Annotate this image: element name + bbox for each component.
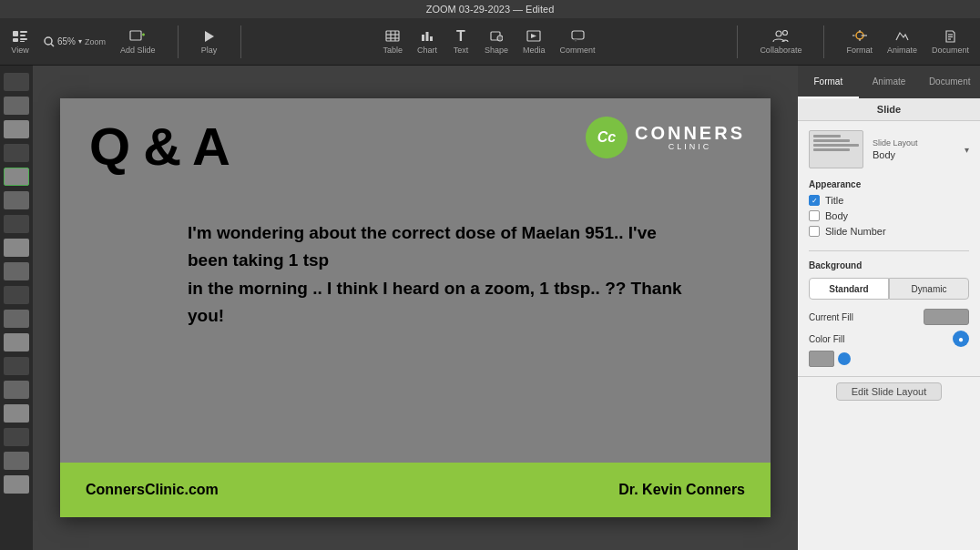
layout-thumbnail [809, 130, 863, 168]
animate-label: Animate [887, 46, 917, 55]
current-fill-swatch[interactable] [924, 309, 969, 325]
bg-standard-btn[interactable]: Standard [809, 278, 889, 300]
color-fill-circle-btn[interactable]: ● [953, 331, 969, 347]
toolbar-chart[interactable]: Chart [417, 29, 437, 55]
slide-thumb-4[interactable] [4, 144, 29, 162]
svg-point-6 [45, 37, 52, 45]
tab-animate[interactable]: Animate [859, 66, 920, 98]
slide-logo: Cc CONNERS CLINIC [586, 117, 745, 158]
canvas-area[interactable]: Q & A Cc CONNERS CLINIC I'm wondering ab… [33, 66, 798, 550]
collaborate-label: Collaborate [760, 46, 801, 55]
toolbar-view[interactable]: View [11, 29, 29, 55]
svg-rect-24 [572, 31, 584, 39]
svg-point-27 [783, 31, 788, 36]
layout-select-label: Slide Layout [873, 138, 918, 148]
zoom-label: Zoom [85, 37, 106, 46]
slide-thumb-6[interactable] [4, 191, 29, 209]
svg-marker-11 [205, 31, 214, 42]
color-fill-row: Color Fill ● [809, 331, 969, 347]
slide[interactable]: Q & A Cc CONNERS CLINIC I'm wondering ab… [60, 98, 771, 517]
layout-thumb-line-4 [813, 148, 850, 151]
svg-rect-17 [422, 35, 424, 41]
body-checkbox[interactable] [809, 210, 820, 221]
slide-thumb-16[interactable] [4, 428, 29, 446]
toolbar-shape[interactable]: Shape [485, 29, 508, 55]
tab-document[interactable]: Document [919, 66, 980, 98]
main-area: Q & A Cc CONNERS CLINIC I'm wondering ab… [0, 66, 980, 550]
color-fill-right: ● [953, 331, 969, 347]
appearance-body-row[interactable]: Body [809, 210, 969, 221]
toolbar-add-slide[interactable]: Add Slide [120, 29, 156, 55]
slide-number-checkbox[interactable] [809, 226, 820, 237]
toolbar-table[interactable]: Table [383, 29, 403, 55]
current-fill-label: Current Fill [809, 312, 853, 322]
appearance-title-row[interactable]: ✓ Title [809, 195, 969, 206]
toolbar-comment[interactable]: Comment [560, 29, 596, 55]
svg-rect-0 [13, 31, 18, 36]
toolbar-sep-2 [240, 25, 241, 58]
tab-format[interactable]: Format [798, 66, 859, 98]
play-label: Play [201, 46, 218, 55]
toolbar-sep-4 [823, 25, 824, 58]
slide-thumb-5[interactable] [4, 168, 29, 186]
edit-slide-layout-btn[interactable]: Edit Slide Layout [836, 382, 943, 401]
slide-footer: ConnersClinic.com Dr. Kevin Conners [60, 463, 771, 517]
layout-select[interactable]: Slide Layout Body ▾ [873, 138, 969, 160]
toolbar-zoom-group[interactable]: 65% ▾ Zoom [44, 36, 106, 47]
svg-rect-19 [430, 36, 433, 41]
slide-thumb-13[interactable] [4, 357, 29, 375]
slide-thumb-10[interactable] [4, 286, 29, 304]
toolbar-document[interactable]: Document [932, 29, 969, 55]
slide-thumb-3[interactable] [4, 120, 29, 138]
svg-point-21 [497, 36, 503, 41]
color-swatch-indicator [838, 352, 851, 365]
right-panel-section-title: Slide [798, 98, 980, 121]
toolbar-left: View 65% ▾ Zoom Add Slide [11, 29, 156, 55]
slide-thumb-12[interactable] [4, 333, 29, 351]
title-checkbox[interactable]: ✓ [809, 195, 820, 206]
add-slide-label: Add Slide [120, 46, 156, 55]
slide-thumb-18[interactable] [4, 475, 29, 494]
chart-icon [418, 29, 436, 44]
color-swatch-box[interactable] [809, 351, 834, 367]
logo-name-main: CONNERS [635, 123, 745, 143]
swatch-pair-row [809, 351, 969, 367]
toolbar-play[interactable]: Play [200, 29, 219, 55]
toolbar-sep-3 [737, 25, 738, 58]
zoom-dropdown-icon: ▾ [78, 37, 82, 46]
slide-number-checkbox-label: Slide Number [825, 226, 886, 237]
slide-thumb-1[interactable] [4, 73, 29, 91]
slide-footer-left: ConnersClinic.com [86, 482, 219, 498]
add-slide-icon [128, 29, 147, 44]
slide-thumb-15[interactable] [4, 404, 29, 423]
svg-rect-2 [20, 35, 26, 36]
toolbar-format[interactable]: Format [846, 29, 873, 55]
right-panel-bottom: Edit Slide Layout [798, 376, 980, 405]
zoom-level: 65% [57, 36, 76, 46]
svg-marker-25 [574, 39, 577, 42]
slide-thumb-14[interactable] [4, 381, 29, 399]
panel-divider [809, 250, 969, 251]
animate-icon [893, 29, 911, 44]
svg-point-26 [776, 31, 781, 36]
comment-label: Comment [560, 46, 596, 55]
slide-thumb-11[interactable] [4, 310, 29, 328]
appearance-slide-number-row[interactable]: Slide Number [809, 226, 969, 237]
slide-thumb-9[interactable] [4, 262, 29, 280]
chart-label: Chart [417, 46, 437, 55]
layout-select-value: Body [873, 149, 918, 160]
slide-thumb-7[interactable] [4, 215, 29, 233]
layout-row: Slide Layout Body ▾ [809, 130, 969, 168]
toolbar-animate[interactable]: Animate [887, 29, 917, 55]
logo-initials: Cc [597, 129, 616, 146]
toolbar-media[interactable]: Media [523, 29, 546, 55]
color-fill-label: Color Fill [809, 334, 844, 344]
slide-thumb-8[interactable] [4, 239, 29, 257]
bg-dynamic-btn[interactable]: Dynamic [889, 278, 969, 300]
toolbar-collaborate[interactable]: Collaborate [760, 29, 801, 55]
slide-thumb-2[interactable] [4, 97, 29, 115]
table-label: Table [383, 46, 403, 55]
toolbar-text[interactable]: T Text [452, 29, 470, 55]
slide-panel [0, 66, 33, 550]
slide-thumb-17[interactable] [4, 452, 29, 470]
